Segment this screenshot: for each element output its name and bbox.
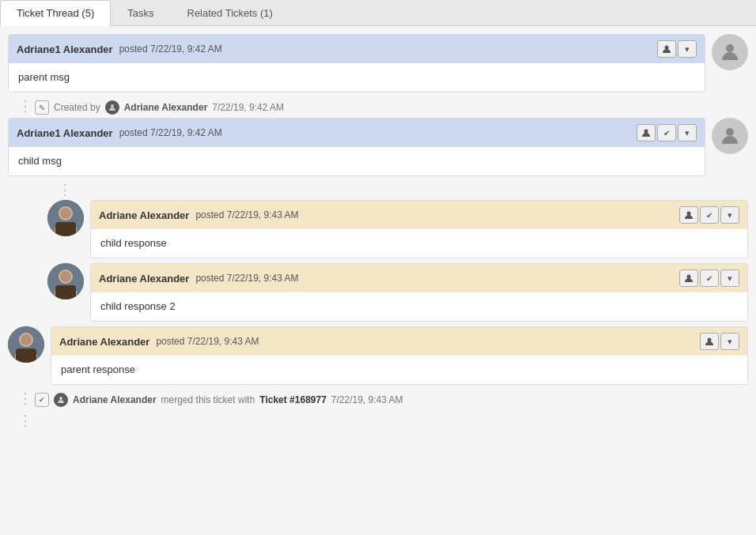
- msg-author-5: Adriane Alexander: [59, 336, 149, 348]
- message-header-3: Adriane Alexander posted 7/22/19, 9:43 A…: [91, 201, 747, 229]
- svg-point-1: [726, 44, 734, 52]
- msg-actions-4: ✔ ▾: [679, 269, 739, 287]
- meta-section-1: ⋮ ✎ Created by Adriane Alexander 7/22/19…: [8, 97, 748, 118]
- msg-body-4: child response 2: [91, 292, 747, 321]
- svg-point-22: [708, 338, 712, 342]
- meta-date-1: 7/22/19, 9:42 AM: [212, 102, 284, 113]
- avatar-5: [8, 326, 44, 363]
- dots-section-2: ⋮: [8, 181, 748, 198]
- msg-author-4: Adriane Alexander: [99, 273, 189, 284]
- svg-point-8: [60, 208, 71, 219]
- msg-body-3: child response: [91, 229, 747, 258]
- message-card-1: Adriane1 Alexander posted 7/22/19, 9:42 …: [8, 34, 705, 92]
- msg-posted-2: posted 7/22/19, 9:42 AM: [119, 127, 222, 138]
- svg-point-16: [687, 275, 691, 279]
- dropdown-btn-2[interactable]: ▾: [678, 124, 697, 141]
- msg-posted-1: posted 7/22/19, 9:42 AM: [119, 43, 222, 55]
- msg-body-5: parent response: [51, 356, 747, 384]
- tab-thread[interactable]: Ticket Thread (5): [0, 0, 111, 26]
- tab-tasks[interactable]: Tasks: [111, 0, 170, 26]
- msg-actions-2: ✔ ▾: [637, 124, 697, 141]
- msg-actions-3: ✔ ▾: [679, 206, 739, 224]
- msg-author-3: Adriane Alexander: [99, 209, 189, 221]
- svg-point-10: [687, 212, 691, 216]
- msg-actions-1: ▾: [657, 40, 697, 58]
- svg-point-0: [665, 46, 669, 50]
- meta-avatar-5: [54, 393, 68, 407]
- v-btn-2[interactable]: ✔: [657, 124, 676, 141]
- message-header-2: Adriane1 Alexander posted 7/22/19, 9:42 …: [9, 119, 705, 147]
- v-btn-3[interactable]: ✔: [700, 206, 719, 224]
- meta-created-text: Created by: [54, 102, 100, 113]
- meta-author-5: Adriane Alexander: [73, 394, 157, 405]
- msg-posted-5: posted 7/22/19, 9:43 AM: [156, 336, 259, 347]
- meta-row-5: ✔ Adriane Alexander merged this ticket w…: [32, 390, 403, 410]
- svg-point-20: [21, 334, 32, 345]
- msg-actions-5: ▾: [700, 333, 739, 350]
- avatar-3: [47, 200, 84, 236]
- svg-point-4: [726, 128, 734, 136]
- message-header-1: Adriane1 Alexander posted 7/22/19, 9:42 …: [9, 35, 705, 63]
- meta-section-5: ⋮ ✔ Adriane Alexander merged this ticket…: [8, 390, 748, 410]
- svg-point-14: [60, 271, 71, 282]
- dots-2: ⋮: [55, 181, 71, 198]
- svg-point-2: [111, 104, 114, 107]
- message-card-5: Adriane Alexander posted 7/22/19, 9:43 A…: [51, 326, 748, 385]
- meta-avatar-1: [105, 100, 119, 115]
- message-header-4: Adriane Alexander posted 7/22/19, 9:43 A…: [91, 264, 747, 292]
- msg-author-1: Adriane1 Alexander: [17, 43, 113, 55]
- svg-rect-15: [55, 285, 76, 300]
- person-btn-4[interactable]: [679, 269, 698, 287]
- message-row-4: Adriane Alexander posted 7/22/19, 9:43 A…: [8, 263, 748, 322]
- meta-merged-text: merged this ticket with: [161, 394, 255, 405]
- dropdown-btn-5[interactable]: ▾: [720, 333, 739, 350]
- v-icon-5: ✔: [35, 393, 49, 407]
- svg-point-23: [59, 397, 62, 400]
- v-btn-4[interactable]: ✔: [700, 269, 719, 287]
- message-card-4: Adriane Alexander posted 7/22/19, 9:43 A…: [90, 263, 748, 322]
- person-btn-2[interactable]: [637, 124, 656, 141]
- svg-rect-21: [16, 349, 36, 363]
- dots-1: ⋮: [16, 97, 32, 115]
- msg-author-2: Adriane1 Alexander: [17, 127, 113, 139]
- avatar-2: [712, 118, 748, 154]
- message-row-2: Adriane1 Alexander posted 7/22/19, 9:42 …: [8, 118, 748, 176]
- pencil-icon-1: ✎: [35, 100, 49, 115]
- dropdown-btn-1[interactable]: ▾: [678, 40, 697, 58]
- message-row-3: Adriane Alexander posted 7/22/19, 9:43 A…: [8, 200, 748, 258]
- message-row-1: Adriane1 Alexander posted 7/22/19, 9:42 …: [8, 34, 748, 92]
- tabs-bar: Ticket Thread (5) Tasks Related Tickets …: [0, 0, 756, 26]
- msg-posted-3: posted 7/22/19, 9:43 AM: [195, 209, 298, 220]
- person-btn-1[interactable]: [657, 40, 676, 58]
- msg-posted-4: posted 7/22/19, 9:43 AM: [195, 273, 298, 284]
- msg-body-1: parent msg: [9, 63, 705, 92]
- dropdown-btn-4[interactable]: ▾: [720, 269, 739, 287]
- trailing-dots: ⋮: [8, 412, 748, 429]
- svg-point-3: [644, 130, 648, 134]
- message-row-5: Adriane Alexander posted 7/22/19, 9:43 A…: [8, 326, 748, 385]
- tab-related[interactable]: Related Tickets (1): [171, 0, 289, 26]
- dropdown-btn-3[interactable]: ▾: [720, 206, 739, 224]
- svg-rect-9: [55, 222, 76, 236]
- meta-ticket-ref[interactable]: Ticket #168977: [259, 394, 327, 405]
- thread-container: Adriane1 Alexander posted 7/22/19, 9:42 …: [0, 26, 756, 437]
- meta-row-1: ✎ Created by Adriane Alexander 7/22/19, …: [32, 97, 284, 118]
- dots-5: ⋮: [16, 390, 32, 407]
- message-card-3: Adriane Alexander posted 7/22/19, 9:43 A…: [90, 200, 748, 258]
- person-btn-3[interactable]: [679, 206, 698, 224]
- message-card-2: Adriane1 Alexander posted 7/22/19, 9:42 …: [8, 118, 705, 176]
- meta-author-1: Adriane Alexander: [124, 102, 208, 113]
- person-btn-5[interactable]: [700, 333, 719, 350]
- avatar-1: [712, 34, 748, 70]
- msg-body-2: child msg: [9, 147, 705, 175]
- meta-date-5: 7/22/19, 9:43 AM: [331, 394, 403, 405]
- avatar-4: [47, 263, 84, 300]
- message-header-5: Adriane Alexander posted 7/22/19, 9:43 A…: [51, 327, 747, 356]
